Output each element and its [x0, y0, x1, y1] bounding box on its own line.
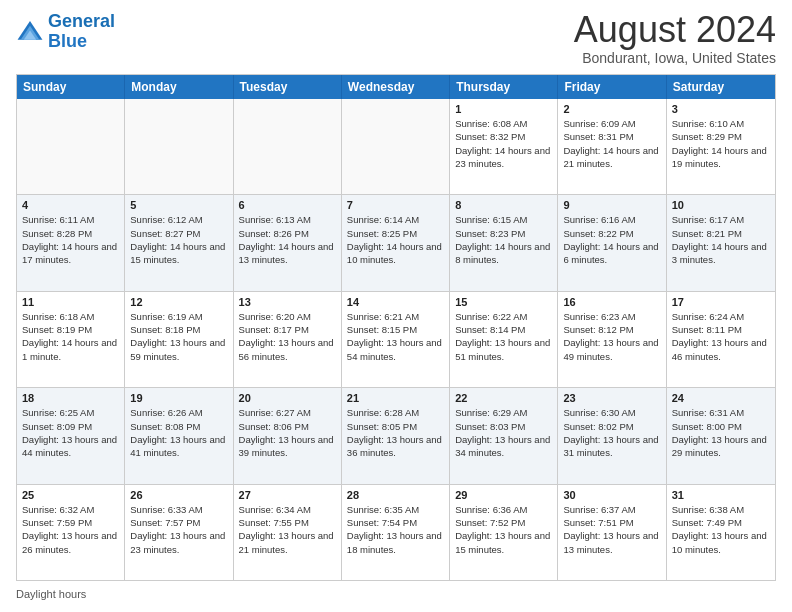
day-number: 24 — [672, 392, 770, 404]
day-number: 11 — [22, 296, 119, 308]
day-number: 15 — [455, 296, 552, 308]
cell-info: Sunrise: 6:24 AM Sunset: 8:11 PM Dayligh… — [672, 310, 770, 363]
day-number: 17 — [672, 296, 770, 308]
day-number: 12 — [130, 296, 227, 308]
day-number: 5 — [130, 199, 227, 211]
calendar-cell: 3Sunrise: 6:10 AM Sunset: 8:29 PM Daylig… — [667, 99, 775, 194]
calendar-cell: 22Sunrise: 6:29 AM Sunset: 8:03 PM Dayli… — [450, 388, 558, 483]
day-header-saturday: Saturday — [667, 75, 775, 99]
day-header-wednesday: Wednesday — [342, 75, 450, 99]
day-number: 20 — [239, 392, 336, 404]
day-number: 28 — [347, 489, 444, 501]
day-number: 21 — [347, 392, 444, 404]
day-number: 7 — [347, 199, 444, 211]
cell-info: Sunrise: 6:30 AM Sunset: 8:02 PM Dayligh… — [563, 406, 660, 459]
calendar-cell: 1Sunrise: 6:08 AM Sunset: 8:32 PM Daylig… — [450, 99, 558, 194]
calendar-cell: 18Sunrise: 6:25 AM Sunset: 8:09 PM Dayli… — [17, 388, 125, 483]
cell-info: Sunrise: 6:31 AM Sunset: 8:00 PM Dayligh… — [672, 406, 770, 459]
cell-info: Sunrise: 6:29 AM Sunset: 8:03 PM Dayligh… — [455, 406, 552, 459]
page: General Blue August 2024 Bondurant, Iowa… — [0, 0, 792, 612]
day-header-friday: Friday — [558, 75, 666, 99]
calendar-cell — [234, 99, 342, 194]
day-number: 10 — [672, 199, 770, 211]
month-title: August 2024 — [574, 12, 776, 48]
calendar-cell — [342, 99, 450, 194]
calendar-cell: 13Sunrise: 6:20 AM Sunset: 8:17 PM Dayli… — [234, 292, 342, 387]
cell-info: Sunrise: 6:16 AM Sunset: 8:22 PM Dayligh… — [563, 213, 660, 266]
calendar-row-3: 11Sunrise: 6:18 AM Sunset: 8:19 PM Dayli… — [17, 291, 775, 387]
cell-info: Sunrise: 6:17 AM Sunset: 8:21 PM Dayligh… — [672, 213, 770, 266]
day-number: 23 — [563, 392, 660, 404]
cell-info: Sunrise: 6:32 AM Sunset: 7:59 PM Dayligh… — [22, 503, 119, 556]
calendar-cell: 5Sunrise: 6:12 AM Sunset: 8:27 PM Daylig… — [125, 195, 233, 290]
day-number: 13 — [239, 296, 336, 308]
calendar-cell: 23Sunrise: 6:30 AM Sunset: 8:02 PM Dayli… — [558, 388, 666, 483]
cell-info: Sunrise: 6:21 AM Sunset: 8:15 PM Dayligh… — [347, 310, 444, 363]
logo-icon — [16, 18, 44, 46]
calendar-cell: 28Sunrise: 6:35 AM Sunset: 7:54 PM Dayli… — [342, 485, 450, 580]
calendar-row-1: 1Sunrise: 6:08 AM Sunset: 8:32 PM Daylig… — [17, 99, 775, 194]
cell-info: Sunrise: 6:26 AM Sunset: 8:08 PM Dayligh… — [130, 406, 227, 459]
day-number: 16 — [563, 296, 660, 308]
cell-info: Sunrise: 6:34 AM Sunset: 7:55 PM Dayligh… — [239, 503, 336, 556]
calendar-cell: 24Sunrise: 6:31 AM Sunset: 8:00 PM Dayli… — [667, 388, 775, 483]
cell-info: Sunrise: 6:22 AM Sunset: 8:14 PM Dayligh… — [455, 310, 552, 363]
calendar-cell: 20Sunrise: 6:27 AM Sunset: 8:06 PM Dayli… — [234, 388, 342, 483]
cell-info: Sunrise: 6:10 AM Sunset: 8:29 PM Dayligh… — [672, 117, 770, 170]
calendar-cell: 19Sunrise: 6:26 AM Sunset: 8:08 PM Dayli… — [125, 388, 233, 483]
day-header-monday: Monday — [125, 75, 233, 99]
calendar-cell: 25Sunrise: 6:32 AM Sunset: 7:59 PM Dayli… — [17, 485, 125, 580]
calendar-cell: 4Sunrise: 6:11 AM Sunset: 8:28 PM Daylig… — [17, 195, 125, 290]
cell-info: Sunrise: 6:08 AM Sunset: 8:32 PM Dayligh… — [455, 117, 552, 170]
day-number: 26 — [130, 489, 227, 501]
cell-info: Sunrise: 6:28 AM Sunset: 8:05 PM Dayligh… — [347, 406, 444, 459]
logo-text: General Blue — [48, 12, 115, 52]
day-number: 9 — [563, 199, 660, 211]
day-number: 1 — [455, 103, 552, 115]
cell-info: Sunrise: 6:35 AM Sunset: 7:54 PM Dayligh… — [347, 503, 444, 556]
day-number: 30 — [563, 489, 660, 501]
calendar-cell: 14Sunrise: 6:21 AM Sunset: 8:15 PM Dayli… — [342, 292, 450, 387]
calendar-cell: 6Sunrise: 6:13 AM Sunset: 8:26 PM Daylig… — [234, 195, 342, 290]
calendar-cell: 31Sunrise: 6:38 AM Sunset: 7:49 PM Dayli… — [667, 485, 775, 580]
cell-info: Sunrise: 6:11 AM Sunset: 8:28 PM Dayligh… — [22, 213, 119, 266]
calendar-cell: 17Sunrise: 6:24 AM Sunset: 8:11 PM Dayli… — [667, 292, 775, 387]
cell-info: Sunrise: 6:27 AM Sunset: 8:06 PM Dayligh… — [239, 406, 336, 459]
cell-info: Sunrise: 6:33 AM Sunset: 7:57 PM Dayligh… — [130, 503, 227, 556]
cell-info: Sunrise: 6:15 AM Sunset: 8:23 PM Dayligh… — [455, 213, 552, 266]
calendar-cell: 16Sunrise: 6:23 AM Sunset: 8:12 PM Dayli… — [558, 292, 666, 387]
day-number: 6 — [239, 199, 336, 211]
day-number: 4 — [22, 199, 119, 211]
day-number: 19 — [130, 392, 227, 404]
cell-info: Sunrise: 6:36 AM Sunset: 7:52 PM Dayligh… — [455, 503, 552, 556]
calendar-cell: 9Sunrise: 6:16 AM Sunset: 8:22 PM Daylig… — [558, 195, 666, 290]
cell-info: Sunrise: 6:12 AM Sunset: 8:27 PM Dayligh… — [130, 213, 227, 266]
cell-info: Sunrise: 6:38 AM Sunset: 7:49 PM Dayligh… — [672, 503, 770, 556]
cell-info: Sunrise: 6:23 AM Sunset: 8:12 PM Dayligh… — [563, 310, 660, 363]
logo-blue: Blue — [48, 31, 87, 51]
day-number: 27 — [239, 489, 336, 501]
calendar-cell: 8Sunrise: 6:15 AM Sunset: 8:23 PM Daylig… — [450, 195, 558, 290]
cell-info: Sunrise: 6:20 AM Sunset: 8:17 PM Dayligh… — [239, 310, 336, 363]
cell-info: Sunrise: 6:18 AM Sunset: 8:19 PM Dayligh… — [22, 310, 119, 363]
header: General Blue August 2024 Bondurant, Iowa… — [16, 12, 776, 66]
calendar-cell: 10Sunrise: 6:17 AM Sunset: 8:21 PM Dayli… — [667, 195, 775, 290]
cell-info: Sunrise: 6:37 AM Sunset: 7:51 PM Dayligh… — [563, 503, 660, 556]
day-number: 8 — [455, 199, 552, 211]
calendar-cell — [125, 99, 233, 194]
calendar-cell: 26Sunrise: 6:33 AM Sunset: 7:57 PM Dayli… — [125, 485, 233, 580]
title-block: August 2024 Bondurant, Iowa, United Stat… — [574, 12, 776, 66]
logo-general: General — [48, 11, 115, 31]
calendar-row-5: 25Sunrise: 6:32 AM Sunset: 7:59 PM Dayli… — [17, 484, 775, 580]
calendar-cell: 30Sunrise: 6:37 AM Sunset: 7:51 PM Dayli… — [558, 485, 666, 580]
day-header-tuesday: Tuesday — [234, 75, 342, 99]
day-number: 14 — [347, 296, 444, 308]
calendar-header: SundayMondayTuesdayWednesdayThursdayFrid… — [17, 75, 775, 99]
location: Bondurant, Iowa, United States — [574, 50, 776, 66]
footer-note: Daylight hours — [16, 585, 776, 600]
day-number: 29 — [455, 489, 552, 501]
calendar: SundayMondayTuesdayWednesdayThursdayFrid… — [16, 74, 776, 581]
calendar-cell: 27Sunrise: 6:34 AM Sunset: 7:55 PM Dayli… — [234, 485, 342, 580]
calendar-cell: 29Sunrise: 6:36 AM Sunset: 7:52 PM Dayli… — [450, 485, 558, 580]
calendar-cell: 2Sunrise: 6:09 AM Sunset: 8:31 PM Daylig… — [558, 99, 666, 194]
